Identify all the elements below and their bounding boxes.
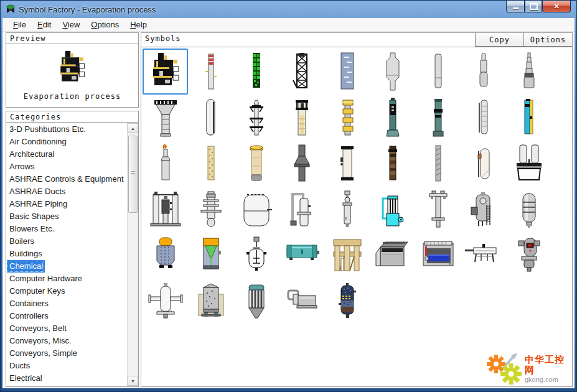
category-item[interactable]: Blowers Etc. <box>7 223 127 235</box>
symbol-banded-vessel[interactable] <box>506 187 551 233</box>
symbol-furnace-box[interactable] <box>370 233 415 279</box>
symbol-spouted-vessel[interactable] <box>461 141 506 187</box>
category-item[interactable]: Conveyors, Belt <box>7 322 127 335</box>
symbol-flare-stack[interactable] <box>143 141 188 187</box>
symbol-funnel-feed-vessel[interactable] <box>188 233 233 279</box>
categories-panel: Categories 3-D Pushbuttons Etc.Air Condi… <box>6 111 139 387</box>
symbol-tapered-column[interactable] <box>506 49 551 95</box>
category-item[interactable]: Controllers <box>7 310 127 322</box>
symbol-nozzled-vessel[interactable] <box>143 279 188 325</box>
scrollbar-thumb[interactable] <box>128 136 138 213</box>
symbol-dotted-tan-column[interactable] <box>188 141 233 187</box>
category-item[interactable]: Conveyors, Simple <box>7 347 127 360</box>
preview-header: Preview <box>6 33 138 44</box>
category-item[interactable]: Architectural <box>7 148 127 161</box>
menu-view[interactable]: View <box>57 19 85 30</box>
symbol-yellow-shelf-column[interactable] <box>324 95 370 141</box>
symbol-orange-top-hopper[interactable] <box>143 233 188 279</box>
category-item[interactable]: Arrows <box>7 161 127 173</box>
category-item[interactable]: Computer Keys <box>7 285 127 297</box>
categories-scrollbar[interactable]: ▲ ▼ <box>127 123 138 386</box>
category-item[interactable]: Electrical <box>7 372 127 385</box>
symbol-rounded-column[interactable] <box>188 95 233 141</box>
menu-help[interactable]: Help <box>124 19 152 30</box>
maximize-button[interactable] <box>525 1 542 12</box>
client-area: FileEditViewOptionsHelp Preview Evaporat… <box>2 18 575 388</box>
symbol-agitated-reactor[interactable] <box>233 233 279 279</box>
app-icon <box>6 4 16 14</box>
app-window: Symbol Factory - Evaporation process ✕ F… <box>0 0 577 392</box>
category-item[interactable]: Basic Shapes <box>7 210 127 223</box>
category-item[interactable]: Ducts <box>7 360 127 372</box>
symbol-stepped-column[interactable] <box>461 49 506 95</box>
symbols-header-label: Symbols <box>145 34 181 43</box>
symbol-absorber-with-loop[interactable] <box>279 187 324 233</box>
symbol-green-block-tower[interactable] <box>233 49 279 95</box>
symbol-layered-reactor[interactable] <box>324 279 370 325</box>
symbols-grid <box>143 49 554 325</box>
category-item[interactable]: Containers <box>7 297 127 310</box>
symbol-flanged-column[interactable] <box>188 187 233 233</box>
symbol-teal-banded-column[interactable] <box>370 95 415 141</box>
menu-file[interactable]: File <box>7 19 32 30</box>
scrollbar-grip-icon <box>131 171 135 175</box>
maximize-icon <box>530 3 538 10</box>
menu-options[interactable]: Options <box>85 19 124 30</box>
symbol-vessel-with-ladder[interactable] <box>461 187 506 233</box>
category-item[interactable]: Conveyors, Misc. <box>7 335 127 347</box>
symbol-plain-column[interactable] <box>415 49 461 95</box>
symbol-brown-segmented-column[interactable] <box>370 141 415 187</box>
symbol-water-tower[interactable] <box>143 95 188 141</box>
symbol-gray-segmented-rod[interactable] <box>415 141 461 187</box>
symbol-gray-funnel-stack[interactable] <box>279 141 324 187</box>
symbol-evaporation-process[interactable] <box>143 49 188 95</box>
category-item[interactable]: Boilers <box>7 235 127 248</box>
copy-button[interactable]: Copy <box>475 33 523 47</box>
symbol-framed-top-column[interactable] <box>279 95 324 141</box>
category-item[interactable]: 3-D Pushbuttons Etc. <box>7 123 127 136</box>
symbol-crystallizer-tank[interactable] <box>188 279 233 325</box>
category-item[interactable]: Air Conditioning <box>7 136 127 148</box>
category-item[interactable]: ASHRAE Ducts <box>7 185 127 198</box>
symbol-segmented-column-pipe[interactable] <box>461 95 506 141</box>
title-bar[interactable]: Symbol Factory - Evaporation process ✕ <box>1 1 576 18</box>
symbol-capped-white-column[interactable] <box>324 141 370 187</box>
symbol-blue-bed-oven[interactable] <box>415 233 461 279</box>
category-item[interactable]: ASHRAE Piping <box>7 198 127 210</box>
symbol-blower-unit[interactable] <box>279 279 324 325</box>
symbol-twin-tower-unit[interactable] <box>506 141 551 187</box>
menu-bar: FileEditViewOptionsHelp <box>2 18 575 32</box>
close-button[interactable]: ✕ <box>542 1 571 12</box>
category-item[interactable]: Buildings <box>7 248 127 260</box>
minimize-icon <box>513 7 518 9</box>
symbols-header-buttons: Copy Options <box>475 33 572 47</box>
menu-edit[interactable]: Edit <box>32 19 57 30</box>
symbol-large-tank[interactable] <box>233 187 279 233</box>
symbol-lattice-tower[interactable] <box>279 49 324 95</box>
symbol-flatbed-unit[interactable] <box>461 233 506 279</box>
symbol-skid-unit[interactable] <box>143 187 188 233</box>
minimize-button[interactable] <box>506 1 525 12</box>
symbol-teal-block-column[interactable] <box>415 95 461 141</box>
symbol-bulged-column[interactable] <box>370 49 415 95</box>
symbol-timber-structure[interactable] <box>324 233 370 279</box>
symbol-panel-column[interactable] <box>324 49 370 95</box>
scroll-down-button[interactable]: ▼ <box>128 376 138 386</box>
category-item[interactable]: ASHRAE Controls & Equipment <box>7 173 127 185</box>
symbol-bag-filter[interactable] <box>233 279 279 325</box>
category-item[interactable]: Computer Hardware <box>7 273 127 285</box>
symbol-small-top-fitting-column[interactable] <box>324 187 370 233</box>
category-item[interactable]: Chemical <box>7 260 127 273</box>
symbol-cyan-yellow-column[interactable] <box>506 95 551 141</box>
options-button[interactable]: Options <box>523 33 572 47</box>
symbol-display-vessel[interactable] <box>506 233 551 279</box>
symbol-platform-tower[interactable] <box>233 95 279 141</box>
symbol-cyan-scrubber[interactable] <box>370 187 415 233</box>
symbol-chimney-stack[interactable] <box>188 49 233 95</box>
symbol-horizontal-tank[interactable] <box>279 233 324 279</box>
scroll-up-button[interactable]: ▲ <box>128 123 138 133</box>
preview-image <box>54 50 91 90</box>
symbol-flange-top-column[interactable] <box>415 187 461 233</box>
symbol-tan-capped-column[interactable] <box>233 141 279 187</box>
workspace: Preview Evaporation process Categories 3… <box>2 32 575 388</box>
